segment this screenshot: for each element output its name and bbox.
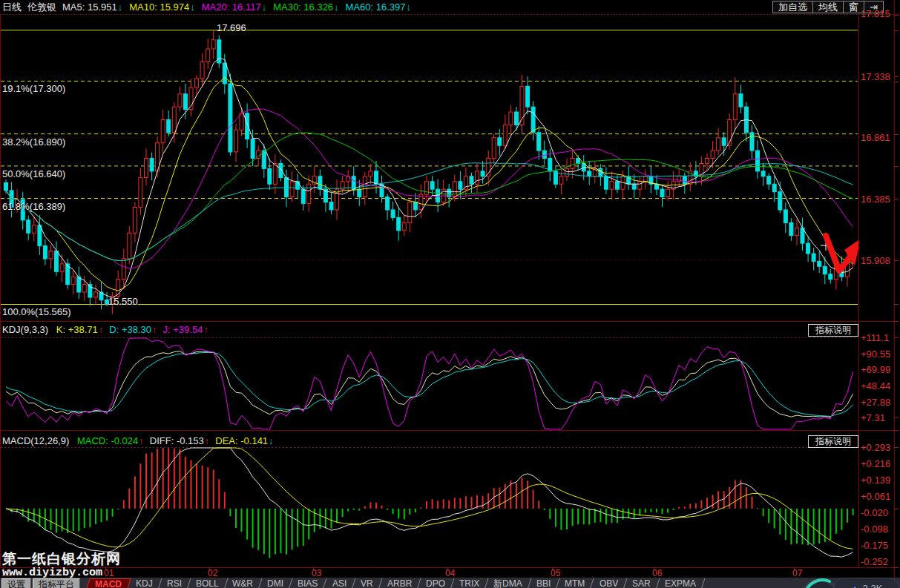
axis-tick <box>894 134 899 135</box>
month-label-04: 04 <box>445 568 455 578</box>
symbol-label: 伦敦银 <box>27 1 56 14</box>
ma-lines-button[interactable]: 均线 <box>812 1 844 13</box>
network-speed-pill[interactable]: ▲ 2.3K <box>834 578 899 588</box>
low-price-annotation: 15.550 <box>108 296 138 307</box>
settings-button[interactable]: 设置 <box>1 578 31 588</box>
bottom-tab-bar: 设置 指标平台 MACD KDJRSIBOLLW&RDMIBIASASIVRAR… <box>0 578 900 588</box>
tab-expma[interactable]: EXPMA <box>656 578 705 588</box>
main-chart-header: 日线 伦敦银 MA5: 15.951↓MA10: 15.974↓MA20: 16… <box>0 0 768 14</box>
macd-readouts: MACD: -0.024↑DIFF: -0.153↑DEA: -0.141↓ <box>77 435 280 446</box>
axis-border <box>858 15 859 567</box>
tab-strip: KDJRSIBOLLW&RDMIBIASASIVRARBRDPOTRIX新DMA… <box>129 578 703 588</box>
axis-tick <box>894 321 899 322</box>
macd-y-label-6: -0.175 <box>861 540 888 551</box>
tab-obv[interactable]: OBV <box>591 578 627 588</box>
trend-arrow-icon: ↑ <box>99 324 104 335</box>
trend-arrow-icon: ↑ <box>203 324 208 335</box>
axis-tick <box>894 15 899 16</box>
ma-readout-4: MA60: 16.397↓ <box>346 1 411 13</box>
macd-help-button[interactable]: 指标说明 <box>808 435 858 448</box>
kdj-readouts: K: +38.71↑D: +38.30↑J: +39.54↑ <box>56 324 214 335</box>
indicator-platform-button[interactable]: 指标平台 <box>33 578 80 588</box>
trend-arrow-icon: ↓ <box>269 435 274 446</box>
kdj-header: KDJ(9,3,3) K: +38.71↑D: +38.30↑J: +39.54… <box>2 324 214 335</box>
tab-vr[interactable]: VR <box>352 578 383 588</box>
axis-tick <box>894 337 899 338</box>
axis-tick <box>894 76 899 77</box>
high-price-annotation: 17.696 <box>217 22 246 33</box>
speed-value: 2.3K <box>863 583 883 588</box>
main-chart-canvas[interactable] <box>0 15 858 324</box>
macd-canvas[interactable] <box>0 447 858 570</box>
kdj-title: KDJ(9,3,3) <box>2 324 48 335</box>
trend-arrow-icon: ↑ <box>152 324 157 335</box>
kdj-y-label-0: +111.1 <box>861 332 889 343</box>
macd-y-label-1: +0.216 <box>861 458 890 469</box>
kdj-readout-1: D: +38.30↑ <box>109 324 157 335</box>
axis-tick <box>894 430 899 431</box>
month-label-03: 03 <box>312 568 321 578</box>
tab-macd-active[interactable]: MACD <box>85 578 131 588</box>
trend-arrow-icon: ↓ <box>190 1 195 13</box>
trend-arrow-icon: ↓ <box>118 1 123 13</box>
macd-header: MACD(12,26,9) MACD: -0.024↑DIFF: -0.153↑… <box>2 435 280 446</box>
axis-tick <box>894 509 899 509</box>
kdj-y-label-2: +69.99 <box>861 364 890 375</box>
month-label-01: 01 <box>104 568 114 578</box>
right-border <box>894 0 895 588</box>
tab-sar[interactable]: SAR <box>624 578 660 588</box>
kdj-y-label-3: +48.44 <box>861 380 890 392</box>
fib-label-100-0: 100.0%(15.565) <box>2 306 71 317</box>
macd-y-label-3: +0.061 <box>861 491 890 502</box>
tab-dpo[interactable]: DPO <box>418 578 455 588</box>
period-label: 日线 <box>2 1 22 14</box>
tab-bias[interactable]: BIAS <box>289 578 327 588</box>
macd-readout-1: DIFF: -0.153↑ <box>150 435 209 446</box>
tab-mtm[interactable]: MTM <box>556 578 594 588</box>
tab-w&r[interactable]: W&R <box>224 578 263 588</box>
kdj-y-label-5: +7.31 <box>861 412 885 423</box>
main-y-label-1: 17.338 <box>861 71 890 82</box>
trend-arrow-icon: ↓ <box>407 1 412 13</box>
trend-arrow-icon: ↓ <box>262 1 267 13</box>
month-label-02: 02 <box>208 568 217 578</box>
month-label-06: 06 <box>652 568 662 578</box>
axis-tick <box>894 82 899 82</box>
tab-dmi[interactable]: DMI <box>259 578 293 588</box>
trend-arrow-icon: ↓ <box>334 1 339 13</box>
upload-arrow-icon: ▲ <box>851 584 859 588</box>
macd-readout-2: DEA: -0.141↓ <box>215 435 273 446</box>
ma-readout-2: MA20: 16.117↓ <box>202 1 266 13</box>
tab-rsi[interactable]: RSI <box>158 578 191 588</box>
tab-boll[interactable]: BOLL <box>187 578 228 588</box>
kdj-canvas[interactable] <box>0 337 858 433</box>
macd-y-label-5: -0.098 <box>861 523 888 535</box>
macd-readout-0: MACD: -0.024↑ <box>77 435 144 446</box>
axis-tick <box>894 304 899 305</box>
tab-trix[interactable]: TRIX <box>451 578 489 588</box>
kdj-help-button[interactable]: 指标说明 <box>808 324 858 337</box>
kdj-readout-2: J: +39.54↑ <box>163 324 208 335</box>
fib-label-38-2: 38.2%(16.890) <box>2 136 65 148</box>
tab-arbr[interactable]: ARBR <box>378 578 421 588</box>
kdj-readout-0: K: +38.71↑ <box>56 324 104 335</box>
tab-kdj[interactable]: KDJ <box>128 578 162 588</box>
macd-title: MACD(12,26,9) <box>2 435 69 446</box>
axis-tick <box>894 260 899 261</box>
kdj-y-label-4: +27.88 <box>861 397 890 408</box>
fib-label-50-0: 50.0%(16.640) <box>2 168 65 179</box>
macd-y-label-0: +0.293 <box>861 442 890 453</box>
macd-y-label-2: +0.139 <box>861 475 890 486</box>
macd-y-label-7: -0.252 <box>861 556 888 567</box>
fib-label-19-1: 19.1%(17.300) <box>2 83 65 94</box>
kdj-y-label-1: +90.55 <box>861 348 890 360</box>
tab-asi[interactable]: ASI <box>323 578 355 588</box>
tab-bbi[interactable]: BBI <box>528 578 560 588</box>
axis-tick <box>894 30 899 31</box>
ma-readouts: MA5: 15.951↓MA10: 15.974↓MA20: 16.117↓MA… <box>62 1 418 13</box>
ma-readout-0: MA5: 15.951↓ <box>62 1 122 13</box>
tab-新dma[interactable]: 新DMA <box>485 578 532 588</box>
add-watchlist-button[interactable]: 加自选 <box>772 1 813 13</box>
main-y-label-3: 16.385 <box>861 194 890 205</box>
main-y-label-0: 17.815 <box>861 8 890 19</box>
